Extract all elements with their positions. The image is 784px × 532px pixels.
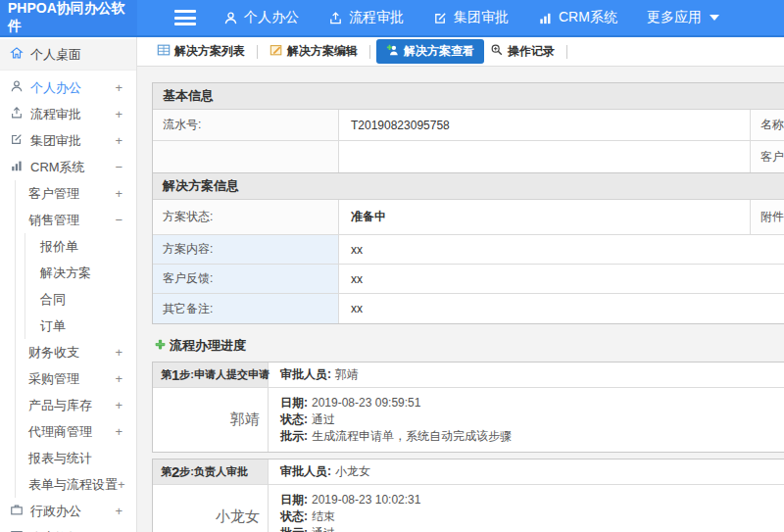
briefcase-icon (10, 503, 24, 519)
sidebar-item-group-approval[interactable]: 集团审批 + (0, 127, 136, 154)
nav-workflow-approval[interactable]: 流程审批 (328, 9, 404, 26)
sidebar-item-product-inventory[interactable]: 产品与库存 + (16, 392, 136, 418)
remarks-value: xx (339, 294, 784, 323)
collapse-icon[interactable]: − (115, 213, 122, 227)
date-line: 日期:2019-08-23 10:02:31 (280, 492, 784, 508)
progress-section-title: 流程办理进度 (154, 337, 784, 355)
sidebar-item-label: 销售管理 (28, 212, 115, 229)
tab-solution-list[interactable]: 解决方案列表 (151, 40, 251, 63)
nav-group-approval[interactable]: 集团审批 (433, 9, 509, 26)
tab-solution-view[interactable]: 解决方案查看 (376, 39, 484, 64)
expand-icon[interactable]: + (115, 504, 122, 518)
sidebar-item-label: 采购管理 (28, 370, 115, 388)
nav-label: 集团审批 (454, 9, 509, 26)
empty-value (339, 141, 751, 172)
solution-info-table: 解决方案信息 方案状态: 准备中 附件 方案内容: xx 客户反馈: xx 其它… (152, 172, 784, 324)
table-row: 方案状态: 准备中 附件 (153, 200, 784, 235)
sidebar-item-sales-mgmt[interactable]: 销售管理 − (16, 207, 136, 233)
sidebar-item-personal-desktop[interactable]: 个人桌面 (0, 39, 136, 71)
sidebar-item-workflow-approval[interactable]: 流程审批 + (0, 101, 136, 127)
expand-icon[interactable]: + (115, 133, 122, 148)
expand-icon[interactable]: + (115, 80, 122, 95)
nav-label: 流程审批 (349, 9, 404, 26)
approver-name: 郭靖 (335, 366, 359, 383)
sidebar-item-label: 个人桌面 (30, 46, 122, 64)
sidebar-item-personal-office[interactable]: 个人办公 + (0, 74, 136, 101)
sidebar-item-agent-mgmt[interactable]: 代理商管理 + (16, 418, 136, 445)
tab-separator (257, 45, 258, 59)
nav-more-apps[interactable]: 更多应用 (647, 9, 719, 26)
step-detail-row: 小龙女 日期:2019-08-23 10:02:31 状态:结束 批示:通过 (153, 485, 784, 532)
expand-icon[interactable]: + (115, 186, 122, 201)
bar-chart-icon (10, 159, 24, 175)
status-label: 方案状态: (153, 200, 339, 234)
caret-down-icon (710, 15, 719, 21)
collapse-icon[interactable]: − (115, 160, 122, 174)
sidebar-item-crm-system[interactable]: CRM系统 − (0, 154, 136, 180)
sidebar: 个人桌面 个人办公 + 流程审批 + 集团审批 + CRM系统 − 客户管理 +… (0, 37, 137, 532)
serial-number-value: T20190823095758 (339, 110, 751, 140)
sidebar-item-label: 人力资源 (30, 529, 115, 532)
nav-personal-office[interactable]: 个人办公 (223, 9, 299, 26)
content-area: 基本信息 流水号: T20190823095758 名称 客户 解决方案信息 方… (137, 67, 784, 532)
nav-label: CRM系统 (559, 9, 617, 26)
sidebar-item-quotation[interactable]: 报价单 (25, 233, 136, 260)
approver-cell: 审批人员:小龙女 (269, 459, 784, 484)
tab-solution-edit[interactable]: 解决方案编辑 (264, 40, 364, 63)
user-icon (223, 11, 238, 25)
sidebar-item-label: 财务收支 (28, 344, 115, 362)
bar-chart-icon (538, 11, 553, 25)
step-detail-cell: 日期:2019-08-23 09:59:51 状态:通过 批示:生成流程申请单，… (269, 388, 784, 452)
comment-line: 批示:生成流程申请单，系统自动完成该步骤 (280, 428, 784, 445)
sidebar-item-label: 报表与统计 (28, 450, 122, 467)
expand-icon[interactable]: + (115, 371, 122, 386)
sidebar-item-contract[interactable]: 合同 (25, 286, 136, 313)
step-header-row: 第1步:申请人提交申请 审批人员:郭靖 (153, 363, 784, 388)
expand-icon[interactable]: + (115, 398, 122, 412)
sidebar-item-label: 客户管理 (28, 185, 115, 203)
approver-label: 审批人员: (280, 366, 331, 383)
sidebar-item-hr[interactable]: 人力资源 + (0, 524, 136, 532)
sidebar-item-purchasing[interactable]: 采购管理 + (16, 365, 136, 392)
nav-crm-system[interactable]: CRM系统 (538, 9, 617, 26)
sidebar-item-customer-mgmt[interactable]: 客户管理 + (16, 180, 136, 207)
progress-title-text: 流程办理进度 (170, 337, 246, 355)
sidebar-item-label: 合同 (40, 291, 122, 309)
progress-step-2-table: 第2步:负责人审批 审批人员:小龙女 小龙女 日期:2019-08-23 10:… (152, 459, 784, 532)
sidebar-item-form-workflow-settings[interactable]: 表单与流程设置 + (16, 471, 136, 498)
sidebar-item-label: 解决方案 (40, 265, 122, 282)
content-label: 方案内容: (153, 235, 339, 264)
sidebar-item-label: 流程审批 (30, 106, 115, 123)
sidebar-item-solution[interactable]: 解决方案 (25, 260, 136, 286)
sidebar-item-reports-stats[interactable]: 报表与统计 (16, 445, 136, 471)
expand-icon[interactable]: + (115, 107, 122, 121)
serial-number-label: 流水号: (153, 110, 339, 140)
magnifier-icon (490, 43, 504, 60)
tab-label: 解决方案编辑 (287, 43, 358, 60)
handler-name: 小龙女 (153, 485, 269, 532)
sidebar-item-label: 订单 (40, 317, 122, 335)
empty-label (153, 141, 339, 172)
section-header: 基本信息 (153, 83, 784, 110)
expand-icon[interactable]: + (118, 477, 125, 492)
sidebar-item-label: 报价单 (40, 238, 122, 256)
top-bar: PHPOA协同办公软件 个人办公 流程审批 集团审批 CRM系统 更多应用 (0, 0, 784, 37)
sidebar-item-label: CRM系统 (30, 159, 115, 176)
workflow-icon (328, 11, 343, 25)
sidebar-item-finance[interactable]: 财务收支 + (16, 339, 136, 365)
home-icon (10, 46, 24, 63)
sidebar-item-admin-office[interactable]: 行政办公 + (0, 498, 136, 524)
step-label: 第2步:负责人审批 (153, 459, 269, 484)
expand-icon[interactable]: + (115, 345, 122, 360)
tab-operation-log[interactable]: 操作记录 (484, 40, 561, 63)
section-header: 解决方案信息 (153, 173, 784, 200)
menu-toggle-icon[interactable] (174, 10, 196, 25)
expand-icon[interactable]: + (115, 424, 122, 439)
tab-label: 解决方案查看 (404, 43, 474, 60)
table-row: 客户 (153, 141, 784, 172)
sidebar-item-order[interactable]: 订单 (25, 313, 136, 339)
step-header-row: 第2步:负责人审批 审批人员:小龙女 (153, 459, 784, 485)
workflow-icon (10, 106, 24, 122)
table-row: 方案内容: xx (153, 235, 784, 265)
sidebar-item-label: 代理商管理 (28, 423, 115, 441)
